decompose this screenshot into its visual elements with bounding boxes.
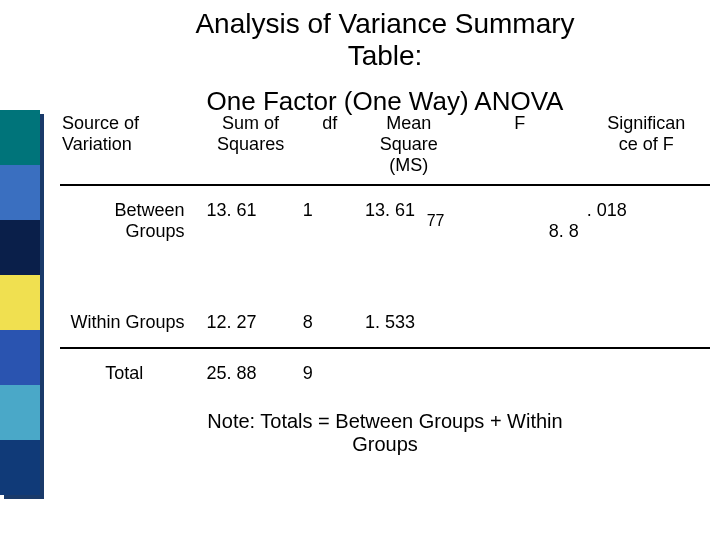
- cell-df: 9: [299, 348, 361, 398]
- cell-source: BetweenGroups: [60, 185, 203, 298]
- cell-ss: 25. 88: [203, 348, 299, 398]
- cell-ms: [361, 348, 457, 398]
- cell-df: 8: [299, 298, 361, 348]
- cell-ss: 12. 27: [203, 298, 299, 348]
- cell-f: 8. 8 77: [457, 185, 583, 298]
- cell-ms: 13. 61: [361, 185, 457, 298]
- cell-sig: [583, 348, 710, 398]
- header-row: Source ofVariation Sum ofSquares df Mean…: [60, 111, 710, 185]
- cell-sig: . 018: [583, 185, 710, 298]
- color-block: [0, 165, 40, 220]
- cell-source: Total: [60, 348, 203, 398]
- color-block: [0, 385, 40, 440]
- anova-table: Source ofVariation Sum ofSquares df Mean…: [60, 111, 710, 398]
- slide-title: Analysis of Variance Summary Table:: [90, 8, 680, 72]
- row-within: Within Groups 12. 27 8 1. 533: [60, 298, 710, 348]
- col-f: F: [457, 111, 583, 185]
- cell-f: [457, 298, 583, 348]
- decorative-sidebar: [0, 110, 48, 495]
- cell-df: 1: [299, 185, 361, 298]
- color-block: [0, 110, 40, 165]
- cell-ms: 1. 533: [361, 298, 457, 348]
- f-value: 8. 8: [511, 221, 579, 241]
- row-total: Total 25. 88 9: [60, 348, 710, 398]
- note-line2: Groups: [352, 433, 418, 455]
- color-block: [0, 275, 40, 330]
- col-df: df: [299, 111, 361, 185]
- color-block: [0, 220, 40, 275]
- title-line1: Analysis of Variance Summary: [195, 8, 574, 39]
- cell-f: [457, 348, 583, 398]
- color-block: [0, 330, 40, 385]
- row-between: BetweenGroups 13. 61 1 13. 61 8. 8 77 . …: [60, 185, 710, 298]
- title-line2: Table:: [348, 40, 423, 71]
- note-line1: Note: Totals = Between Groups + Within: [207, 410, 562, 432]
- col-ms: MeanSquare(MS): [361, 111, 457, 185]
- col-sig: Significance of F: [583, 111, 710, 185]
- cell-sig: [583, 298, 710, 348]
- color-block: [0, 440, 40, 495]
- slide-content: Analysis of Variance Summary Table: One …: [60, 8, 710, 532]
- f-sub: 77: [427, 212, 445, 230]
- cell-ss: 13. 61: [203, 185, 299, 298]
- col-source: Source ofVariation: [60, 111, 203, 185]
- cell-source: Within Groups: [60, 298, 203, 348]
- col-ss: Sum ofSquares: [203, 111, 299, 185]
- footnote: Note: Totals = Between Groups + Within G…: [60, 410, 710, 456]
